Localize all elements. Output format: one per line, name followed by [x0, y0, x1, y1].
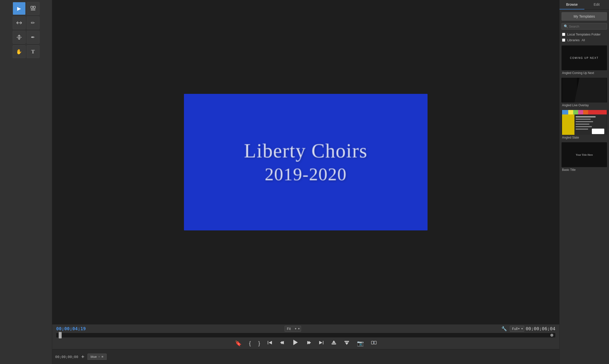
- svg-rect-37: [576, 121, 593, 122]
- svg-marker-26: [574, 78, 607, 103]
- quality-select-wrap[interactable]: Full 1/2 1/4 1/8 1/16 ▾: [510, 326, 524, 332]
- pen-tool[interactable]: ✒: [27, 31, 40, 44]
- svg-marker-10: [280, 341, 282, 344]
- video-preview-container: Liberty Choirs 2019-2020: [52, 0, 559, 324]
- svg-rect-16: [332, 343, 336, 344]
- fit-select-wrap[interactable]: Fit 25% 50% 75% 100% ▾: [285, 326, 301, 332]
- search-row: 🔍: [562, 23, 607, 30]
- add-marker-btn[interactable]: 🔖: [233, 340, 243, 347]
- svg-rect-32: [588, 110, 607, 114]
- libraries-all-label: All: [582, 38, 585, 42]
- timeline-strip: 00;00;00;00 + blue × ≡: [52, 349, 559, 364]
- search-input[interactable]: [569, 25, 605, 28]
- right-tabs: Browse Edit: [560, 0, 609, 10]
- svg-rect-35: [576, 116, 596, 117]
- svg-rect-41: [592, 129, 604, 134]
- libraries-label: Libraries: [567, 38, 580, 42]
- timecode-out: 00;00;06;04: [526, 326, 555, 331]
- controls-row: 🔖 { } 📷: [56, 338, 555, 349]
- svg-marker-15: [319, 341, 322, 344]
- basic-title-thumb-text: Your Title Here: [576, 153, 593, 156]
- template-name-slate: Angled Slate: [562, 136, 607, 139]
- go-to-out-btn[interactable]: [317, 340, 325, 347]
- svg-marker-17: [332, 340, 336, 343]
- main-area: Liberty Choirs 2019-2020 00;00;04;19 Fit…: [52, 0, 559, 364]
- timeline-tab-blue[interactable]: blue × ≡: [87, 354, 107, 360]
- extract-btn[interactable]: [343, 339, 351, 347]
- svg-rect-39: [576, 126, 592, 127]
- right-panel: Browse Edit My Templates 🔍 Local Templat…: [559, 0, 609, 364]
- timeline-tab-menu[interactable]: ≡: [101, 355, 103, 359]
- svg-rect-34: [562, 114, 574, 135]
- svg-rect-24: [562, 78, 577, 103]
- select-tool[interactable]: ▶: [13, 2, 26, 15]
- out-point-btn[interactable]: }: [257, 340, 261, 347]
- step-forward-btn[interactable]: [305, 340, 313, 347]
- svg-rect-18: [345, 341, 349, 342]
- scrubber-end-dot: [550, 334, 553, 337]
- timeline-timecode: 00;00;00;00: [55, 355, 78, 359]
- timeline-scrubber[interactable]: [56, 333, 555, 337]
- libraries-row: Libraries All: [560, 37, 609, 43]
- template-thumb-live-overlay: [562, 78, 607, 103]
- svg-rect-0: [31, 6, 33, 8]
- tool-row-1: ▶: [1, 2, 51, 15]
- template-thumb-slate: [562, 110, 607, 135]
- template-name-live-overlay: Angled Live Overlay: [562, 104, 607, 107]
- add-sequence-btn[interactable]: +: [81, 354, 85, 360]
- svg-rect-36: [576, 119, 591, 120]
- svg-rect-40: [576, 129, 588, 130]
- video-preview: Liberty Choirs 2019-2020: [184, 94, 428, 230]
- export-frame-btn[interactable]: 📷: [355, 340, 365, 347]
- svg-rect-28: [568, 110, 573, 114]
- type-tool[interactable]: T: [27, 45, 40, 58]
- timeline-tab-close[interactable]: ×: [98, 355, 100, 359]
- quality-select[interactable]: Full 1/2 1/4 1/8 1/16: [510, 326, 524, 332]
- template-angled-coming-up-next[interactable]: COMING UP NEXT Angled Coming Up Next: [560, 44, 609, 76]
- local-templates-row: Local Templates Folder: [560, 32, 609, 37]
- quality-controls: 🔧 Full 1/2 1/4 1/8 1/16 ▾ 00;00;06;04: [500, 326, 555, 332]
- tab-edit[interactable]: Edit: [584, 0, 609, 9]
- template-basic-title[interactable]: Your Title Here Basic Title: [560, 141, 609, 173]
- play-btn[interactable]: [291, 339, 300, 348]
- rolling-edit-tool[interactable]: [13, 31, 26, 44]
- template-thumb-basic-title: Your Title Here: [562, 142, 607, 167]
- left-toolbar: ▶ ✏ ✒: [0, 0, 52, 364]
- timecode-in: 00;00;04;19: [56, 326, 86, 331]
- wrench-icon[interactable]: 🔧: [501, 326, 507, 331]
- template-name-coming-up-next: Angled Coming Up Next: [562, 71, 607, 75]
- video-title-line2: 2019-2020: [265, 164, 347, 185]
- svg-rect-30: [578, 110, 583, 114]
- templates-list: COMING UP NEXT Angled Coming Up Next Ang…: [560, 43, 609, 364]
- search-icon: 🔍: [564, 24, 568, 28]
- svg-rect-20: [371, 341, 374, 344]
- hand-tool[interactable]: ✋: [13, 45, 26, 58]
- my-templates-button[interactable]: My Templates: [562, 12, 607, 21]
- svg-rect-27: [562, 110, 568, 114]
- in-point-btn[interactable]: {: [248, 340, 252, 347]
- lift-btn[interactable]: [330, 339, 338, 347]
- video-title-line1: Liberty Choirs: [244, 140, 368, 162]
- template-angled-slate[interactable]: Angled Slate: [560, 109, 609, 141]
- timeline-tab-label: blue: [91, 355, 97, 359]
- brush-tool[interactable]: ✏: [27, 16, 40, 29]
- ripple-edit-tool[interactable]: [13, 16, 26, 29]
- svg-marker-11: [293, 340, 298, 345]
- svg-rect-21: [374, 341, 376, 344]
- scrubber-thumb[interactable]: [59, 332, 62, 338]
- template-angled-live-overlay[interactable]: Angled Live Overlay: [560, 76, 609, 109]
- timecode-row: 00;00;04;19 Fit 25% 50% 75% 100% ▾ 🔧 Ful…: [56, 325, 555, 333]
- tool-row-3: ✒: [1, 31, 51, 44]
- insert-btn[interactable]: [370, 339, 378, 347]
- step-back-btn[interactable]: [278, 340, 286, 347]
- tool-row-4: ✋ T: [1, 45, 51, 58]
- playback-bar: 00;00;04;19 Fit 25% 50% 75% 100% ▾ 🔧 Ful…: [52, 324, 559, 349]
- libraries-checkbox[interactable]: [562, 38, 565, 42]
- go-to-in-btn[interactable]: [266, 340, 274, 347]
- template-thumb-coming-up-next: COMING UP NEXT: [562, 45, 607, 70]
- local-templates-label: Local Templates Folder: [567, 33, 601, 36]
- track-select-tool[interactable]: [27, 2, 40, 15]
- local-templates-checkbox[interactable]: [562, 33, 565, 36]
- tab-browse[interactable]: Browse: [560, 0, 584, 9]
- fit-select[interactable]: Fit 25% 50% 75% 100%: [285, 326, 301, 332]
